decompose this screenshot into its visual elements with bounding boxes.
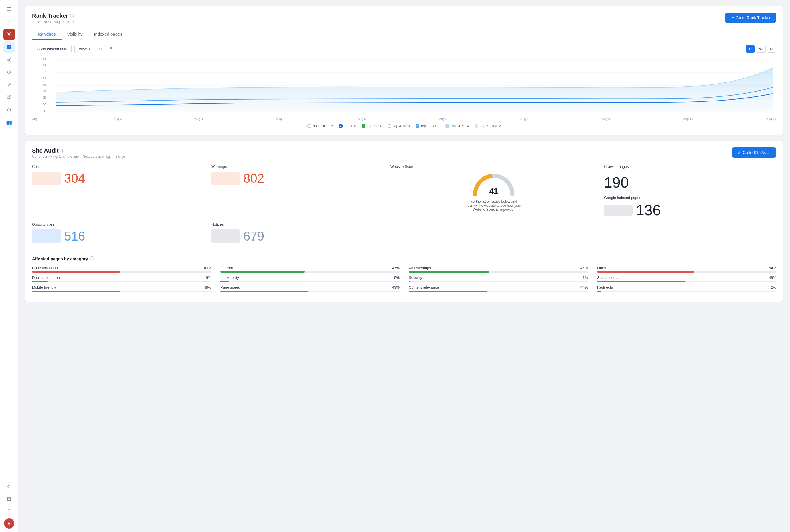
go-to-rank-tracker-button[interactable]: ↗ Go to Rank Tracker <box>725 13 776 23</box>
category-pct: 47% <box>392 266 400 270</box>
sidebar-item-links[interactable]: ⛓ <box>3 92 15 103</box>
sidebar-logo[interactable]: V <box>3 28 15 40</box>
category-name: Code validation <box>32 266 58 270</box>
category-pct: 49% <box>204 285 211 289</box>
metric-criticals: Criticals 304 <box>32 164 205 217</box>
category-pct: 9% <box>206 276 211 280</box>
sidebar-item-diamond[interactable]: ◇ <box>3 480 15 492</box>
avatar[interactable]: A <box>4 518 14 529</box>
affected-col-1: Internal 47% Indexability 5% Page speed … <box>220 266 400 295</box>
category-pct: 45% <box>580 266 588 270</box>
rank-tracker-header: Rank Tracker ⓘ Jul 12, 2023 - Aug 11, 20… <box>32 13 776 24</box>
legend-checkbox-top3150[interactable]: ✓ <box>445 124 449 128</box>
legend-checkbox-top410[interactable] <box>388 124 391 128</box>
category-item: Content relevance 44% <box>409 285 588 292</box>
category-pct: 1% <box>582 276 588 280</box>
category-row: Xml sitemaps 45% <box>409 266 588 270</box>
affected-pages-info-icon[interactable]: ⓘ <box>90 256 94 261</box>
legend-top3150: ✓ Top 31-50: 4 <box>445 124 469 128</box>
period-btn-m[interactable]: M <box>767 45 776 53</box>
tab-rankings[interactable]: Rankings <box>32 28 61 40</box>
legend-checkbox-top1[interactable]: ✓ <box>339 124 343 128</box>
metric-crawled-google: Crawled pages 190 Google indexed pages 1… <box>604 164 776 217</box>
rank-tracker-title-block: Rank Tracker ⓘ Jul 12, 2023 - Aug 11, 20… <box>32 13 74 24</box>
gauge-container: 41 Fix the list of issues below and recr… <box>390 172 597 212</box>
svg-rect-1 <box>9 45 12 47</box>
category-bar-fill <box>597 271 694 272</box>
legend-no-position: No position: 6 <box>307 124 333 128</box>
sidebar-item-dashboard[interactable] <box>3 41 15 53</box>
period-btn-d[interactable]: D <box>746 45 754 53</box>
metric-criticals-value: 304 <box>64 172 85 185</box>
metric-crawled-value: 190 <box>604 175 776 190</box>
category-row: Code validation 49% <box>32 266 211 270</box>
category-bar-bg <box>597 281 776 282</box>
category-bar-bg <box>409 281 588 282</box>
category-bar-fill <box>32 291 120 292</box>
sidebar-item-tools[interactable]: ⚙ <box>3 104 15 116</box>
category-pct: 54% <box>769 266 776 270</box>
site-audit-info-icon[interactable]: ⓘ <box>60 148 64 153</box>
metric-opportunities-value: 516 <box>64 230 85 243</box>
sidebar-item-trends[interactable]: ↗ <box>3 79 15 91</box>
sidebar-item-home[interactable]: ⌂ <box>3 16 15 27</box>
rank-tracker-button-icon: ↗ <box>731 16 734 20</box>
category-bar-bg <box>32 271 211 272</box>
tab-indexed-pages[interactable]: Indexed pages <box>88 28 128 40</box>
legend-checkbox-top51100[interactable]: ✓ <box>475 124 478 128</box>
metric-notices: Notices 679 <box>211 222 384 243</box>
toolbar-left: + Add custom note View all notes 👁 <box>32 45 113 53</box>
metric-criticals-bar <box>32 172 61 185</box>
legend-label-top51100: Top 51-100: 2 <box>480 124 501 128</box>
rank-tracker-info-icon[interactable]: ⓘ <box>70 14 74 19</box>
category-item: Indexability 5% <box>220 276 400 282</box>
add-custom-note-button[interactable]: + Add custom note <box>32 45 72 53</box>
site-audit-title: Site Audit ⓘ <box>32 148 126 154</box>
metric-warnings-value: 802 <box>243 172 264 185</box>
category-row: Social media 49% <box>597 276 776 280</box>
sidebar-item-help[interactable]: ? <box>3 506 15 517</box>
category-bar-bg <box>409 291 588 292</box>
sidebar-item-table[interactable]: ⊞ <box>3 493 15 505</box>
category-item: Page speed 49% <box>220 285 400 292</box>
sidebar-item-menu[interactable]: ☰ <box>3 3 15 15</box>
gauge-description: Fix the list of issues below and recrawl… <box>465 200 522 212</box>
category-row: Mobile friendly 49% <box>32 285 211 289</box>
legend-checkbox-top23[interactable]: ✓ <box>362 124 365 128</box>
chart-toolbar: + Add custom note View all notes 👁 D W M <box>32 45 776 53</box>
eye-icon[interactable]: 👁 <box>109 46 113 52</box>
period-btn-w[interactable]: W <box>756 45 766 53</box>
rank-tracker-date-range: Jul 12, 2023 - Aug 11, 2023 <box>32 20 74 24</box>
category-item: Xml sitemaps 45% <box>409 266 588 272</box>
metric-warnings: Warnings 802 <box>211 164 384 217</box>
category-pct: 5% <box>394 276 400 280</box>
metric-google-value: 136 <box>636 203 661 217</box>
sidebar: ☰ ⌂ V ◎ ⊕ ↗ ⛓ ⚙ 👥 ◇ ⊞ ? A <box>0 0 18 532</box>
view-all-notes-button[interactable]: View all notes <box>74 45 106 53</box>
tab-visibility[interactable]: Visibility <box>61 28 89 40</box>
site-audit-button-icon: ↗ <box>738 150 741 155</box>
category-name: Social media <box>597 276 618 280</box>
sidebar-item-users[interactable]: 👥 <box>3 117 15 128</box>
sidebar-item-traffic[interactable]: ⊕ <box>3 66 15 78</box>
metric-crawled-line <box>604 172 627 172</box>
metric-crawled-pages: Crawled pages 190 <box>604 164 776 190</box>
sidebar-item-analytics[interactable]: ◎ <box>3 54 15 65</box>
gauge-svg: 41 <box>471 172 517 197</box>
category-row: Links 54% <box>597 266 776 270</box>
category-pct: 49% <box>392 285 400 289</box>
category-row: Internal 47% <box>220 266 400 270</box>
category-name: Security <box>409 276 422 280</box>
category-row: Indexability 5% <box>220 276 400 280</box>
category-item: Code validation 49% <box>32 266 211 272</box>
go-to-site-audit-button[interactable]: ↗ Go to Site Audit <box>732 148 776 158</box>
legend-checkbox-no-position[interactable] <box>307 124 311 128</box>
site-audit-meta: Current crawling: 1 minute ago Next auto… <box>32 155 126 159</box>
legend-checkbox-top1130[interactable]: ✓ <box>416 124 419 128</box>
category-name: Redirects <box>597 285 613 289</box>
affected-col-2: Xml sitemaps 45% Security 1% Content rel… <box>409 266 588 295</box>
svg-rect-0 <box>7 45 9 47</box>
svg-text:8: 8 <box>42 63 46 67</box>
category-bar-fill <box>220 271 305 272</box>
affected-col-3: Links 54% Social media 49% Redirects 2% <box>597 266 776 295</box>
